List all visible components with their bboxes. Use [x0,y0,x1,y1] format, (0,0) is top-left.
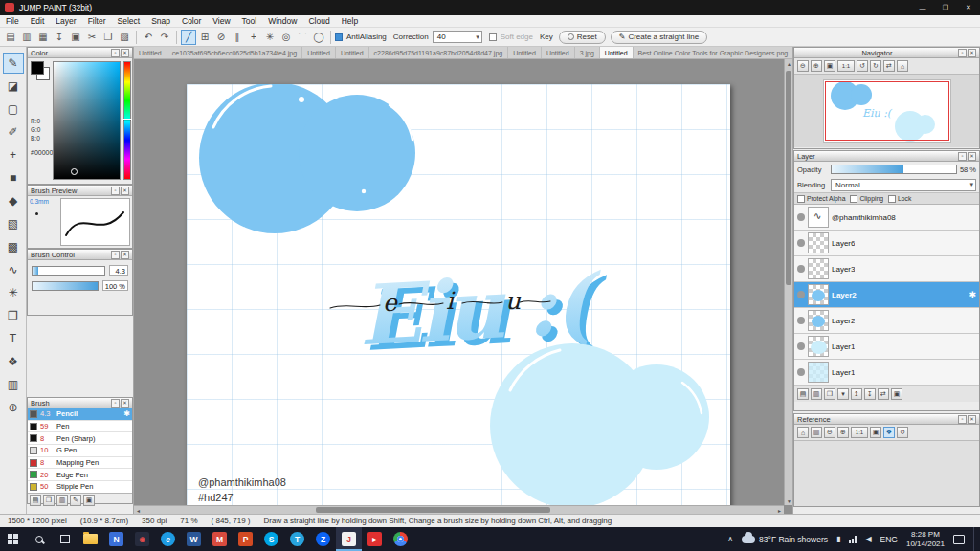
eraser-tool-button[interactable]: ◪ [3,76,24,97]
close-button[interactable]: ✕ [957,0,980,15]
layer-menu-button[interactable]: ▾ [837,388,849,400]
redo-button[interactable]: ↷ [157,30,172,45]
add-folder-button[interactable]: ▥ [811,388,822,400]
text-tool-button[interactable]: T [3,328,24,349]
move-layer-down-button[interactable]: ↧ [864,388,876,400]
snap-off-button[interactable]: ⊘ [213,30,229,45]
brush-item[interactable]: 8 Pen (Sharp) [28,432,132,445]
layer-visibility-icon[interactable] [797,317,805,324]
document-tab[interactable]: Best Online Color Tools for Graphic Desi… [634,47,792,58]
hue-slider[interactable] [123,61,131,180]
menu-item-edit[interactable]: Edit [25,16,51,26]
language-indicator[interactable]: ENG [880,535,898,544]
add-brush-button[interactable]: ▤ [30,495,41,506]
soft-edge-checkbox[interactable] [489,33,497,41]
export-file-button[interactable]: ↧ [52,30,67,45]
reference-hand-button[interactable]: ❖ [883,427,895,438]
show-desktop-button[interactable] [973,527,977,551]
correction-dropdown[interactable]: 40 ▾ [433,31,482,43]
rotate-left-button[interactable]: ↺ [857,60,868,72]
weather-widget[interactable]: 83°F Rain showers [742,535,828,544]
document-tab[interactable]: Untitled [134,47,167,58]
edit-brush-button[interactable]: ✎ [70,495,81,506]
canvas[interactable]: Eiu :( Eiu :( e i u [187,84,730,505]
canvas-scroll-area[interactable]: Eiu :( Eiu :( e i u [134,59,784,505]
panel-collapse-button[interactable]: ▫ [958,415,967,424]
menu-item-view[interactable]: View [207,16,235,26]
document-tab[interactable]: Untitled [302,47,336,58]
navigator-thumbnail[interactable]: Eiu :( [823,79,951,143]
foreground-color-swatch[interactable] [31,61,44,75]
layer-settings-gear-icon[interactable]: ✱ [969,290,976,299]
brush-item[interactable]: 59 Pen [28,421,132,433]
eyedropper-tool-button[interactable]: ✐ [3,121,24,143]
vanishing-point-snap-button[interactable]: ✳ [262,30,278,45]
protect-alpha-checkbox[interactable] [797,195,805,203]
document-tab[interactable]: ce1035af695cb6ecc0625d5b1a734fe4.jpg [167,47,302,58]
reference-actual-size-button[interactable]: 1:1 [851,427,868,438]
taskbar-clock[interactable]: 8:28 PM 10/14/2021 [906,530,945,549]
document-tab-active[interactable]: Untitled [600,47,634,58]
brush-opacity-slider[interactable] [32,281,99,291]
minimize-button[interactable]: — [911,0,934,15]
lasso-tool-button[interactable]: ∿ [3,259,24,280]
brush-item[interactable]: 4.3 Pencil ✱ [28,408,132,421]
menu-item-color[interactable]: Color [176,16,207,26]
hidden-icons-chevron[interactable]: ∧ [727,535,733,543]
brush-size-slider[interactable] [32,266,105,276]
panel-collapse-button[interactable]: ▫ [111,187,120,195]
reference-home-button[interactable]: ⌂ [797,427,809,438]
panel-close-button[interactable]: ✕ [968,49,976,57]
panel-close-button[interactable]: ✕ [968,415,976,424]
taskbar-app-blue[interactable]: N [103,527,129,551]
saturation-value-picker[interactable] [53,61,121,180]
reference-fit-button[interactable]: ▣ [870,427,881,438]
taskbar-app-word[interactable]: W [181,527,207,551]
taskbar-app-video[interactable]: ▶ [362,527,388,551]
horizontal-scrollbar[interactable]: ◄ ► [134,505,784,514]
flip-horizontal-button[interactable]: ⇄ [883,60,895,72]
brush-item[interactable]: 50 Stipple Pen [28,481,132,494]
menu-item-window[interactable]: Window [262,16,302,26]
new-file-button[interactable]: ▤ [3,30,18,45]
notification-center-icon[interactable] [953,535,965,544]
antialiasing-checkbox[interactable] [335,33,343,41]
panel-close-button[interactable]: ✕ [121,399,129,408]
magic-wand-tool-button[interactable]: ✳ [3,282,24,303]
transfer-layer-button[interactable]: ⇄ [878,388,889,400]
select-tool-button[interactable]: ▢ [3,99,24,120]
delete-brush-button[interactable]: ▣ [83,495,95,506]
cross-snap-button[interactable]: + [246,30,261,45]
add-layer-button[interactable]: ▤ [797,388,809,400]
panel-collapse-button[interactable]: ▫ [111,49,120,57]
taskbar-app-chrome[interactable] [388,527,413,551]
marquee-tool-button[interactable]: ▩ [3,236,24,257]
layer-row[interactable]: Layer6 [794,231,979,256]
zoom-in-button[interactable]: ⊕ [811,60,822,72]
reference-open-button[interactable]: ▥ [811,427,822,438]
taskbar-app-skype[interactable]: S [258,527,284,551]
taskbar-app-media[interactable]: ◉ [129,527,155,551]
save-file-button[interactable]: ▦ [35,30,51,45]
menu-item-select[interactable]: Select [112,16,146,26]
grid-snap-button[interactable]: ⊞ [197,30,212,45]
network-icon[interactable] [849,536,857,543]
taskbar-app-telegram[interactable]: T [284,527,310,551]
document-tab[interactable]: Untitled [336,47,369,58]
menu-item-filter[interactable]: Filter [82,16,112,26]
panel-collapse-button[interactable]: ▫ [958,152,967,161]
layer-row[interactable]: Layer3 [794,256,979,282]
zoom-tool-button[interactable]: ⊕ [3,397,24,418]
brush-item[interactable]: 20 Edge Pen [28,469,132,481]
brush-tool-button[interactable]: ✎ [3,53,24,74]
open-file-button[interactable]: ▥ [19,30,34,45]
reset-button[interactable]: Reset [559,31,606,44]
taskbar-search-button[interactable] [26,527,52,551]
hue-marker[interactable] [122,119,132,121]
panel-close-button[interactable]: ✕ [121,187,129,195]
taskbar-app-zalo[interactable]: Z [310,527,336,551]
panel-collapse-button[interactable]: ▫ [111,399,120,408]
paste-button[interactable]: ▨ [117,30,132,45]
taskbar-app-jump-paint-active[interactable]: J [336,527,362,551]
layer-row[interactable]: Layer1 [794,334,979,360]
